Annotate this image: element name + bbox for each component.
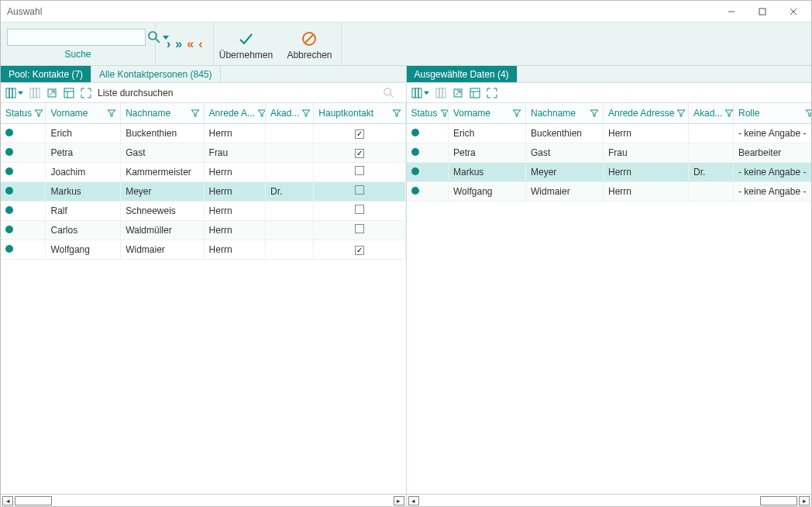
filter-icon[interactable] xyxy=(258,109,266,117)
column-header-rolle[interactable]: Rolle xyxy=(734,103,812,123)
filter-icon[interactable] xyxy=(393,109,401,117)
expand-icon[interactable] xyxy=(81,88,91,98)
anrede-cell: Frau xyxy=(204,143,265,162)
layout-icon[interactable] xyxy=(64,88,74,98)
svg-rect-11 xyxy=(12,88,15,98)
scroll-left-icon[interactable]: ◂ xyxy=(2,496,13,505)
column-header-anrede[interactable]: Anrede A... xyxy=(204,103,265,123)
filter-icon[interactable] xyxy=(108,109,115,117)
expand-icon[interactable] xyxy=(487,88,497,98)
column-header-nachname[interactable]: Nachname xyxy=(121,103,204,123)
apply-button[interactable]: Übernehmen xyxy=(214,22,277,65)
hauptkontakt-cell[interactable] xyxy=(314,201,405,220)
filter-columns-icon[interactable] xyxy=(29,88,40,98)
checkbox[interactable] xyxy=(355,129,364,139)
column-header-status[interactable]: Status xyxy=(1,103,46,123)
maximize-button[interactable] xyxy=(748,3,777,20)
filter-icon[interactable] xyxy=(725,109,733,117)
layout-icon[interactable] xyxy=(470,88,480,98)
filter-icon[interactable] xyxy=(513,109,521,117)
column-header-vorname[interactable]: Vorname xyxy=(46,103,121,123)
checkbox[interactable] xyxy=(355,185,364,195)
filter-icon[interactable] xyxy=(677,109,685,117)
export-icon[interactable] xyxy=(46,88,57,98)
status-cell xyxy=(1,162,46,181)
hauptkontakt-cell[interactable] xyxy=(314,143,405,162)
column-header-akad[interactable]: Akad... xyxy=(266,103,314,123)
close-button[interactable] xyxy=(779,3,808,20)
hauptkontakt-cell[interactable] xyxy=(314,181,405,201)
table-row[interactable]: MarkusMeyerHerrnDr. xyxy=(1,181,405,201)
svg-marker-46 xyxy=(806,110,811,116)
right-table-wrap[interactable]: StatusVornameNachnameAnrede AdresseAkad.… xyxy=(407,103,812,494)
filter-icon[interactable] xyxy=(191,109,199,117)
filter-icon[interactable] xyxy=(590,109,598,117)
column-header-akad[interactable]: Akad... xyxy=(689,103,734,123)
filter-icon[interactable] xyxy=(35,109,43,117)
checkbox[interactable] xyxy=(355,224,364,233)
status-dot-icon xyxy=(411,187,419,195)
tab[interactable]: Pool: Kontakte (7) xyxy=(1,66,91,82)
svg-rect-14 xyxy=(33,88,36,98)
svg-rect-33 xyxy=(436,88,439,98)
akad-cell xyxy=(266,201,314,220)
hauptkontakt-cell[interactable] xyxy=(314,162,405,181)
status-cell xyxy=(1,181,46,201)
column-header-nachname[interactable]: Nachname xyxy=(526,103,604,123)
table-row[interactable]: MarkusMeyerHerrnDr.- keine Angabe - xyxy=(407,162,812,181)
left-tabs: Pool: Kontakte (7)Alle Kontaktpersonen (… xyxy=(1,66,406,83)
svg-marker-27 xyxy=(302,110,310,116)
scroll-thumb[interactable] xyxy=(15,496,52,505)
svg-marker-42 xyxy=(513,110,521,116)
column-header-haupt[interactable]: Hauptkontakt xyxy=(314,103,405,123)
filter-icon[interactable] xyxy=(441,109,449,117)
search-input[interactable] xyxy=(7,29,146,46)
scroll-left-icon[interactable]: ◂ xyxy=(408,496,419,505)
checkbox[interactable] xyxy=(355,246,364,255)
tab[interactable]: Alle Kontaktpersonen (845) xyxy=(91,66,220,82)
vorname-cell: Joachim xyxy=(46,162,121,181)
cancel-label: Abbrechen xyxy=(287,50,332,60)
left-hscroll[interactable]: ◂ ▸ xyxy=(1,494,406,506)
columns-icon[interactable] xyxy=(5,88,23,98)
nav-next-icon[interactable]: › xyxy=(167,37,170,51)
hauptkontakt-cell[interactable] xyxy=(314,123,405,143)
filter-icon[interactable] xyxy=(302,109,310,117)
nav-first-icon[interactable]: « xyxy=(187,37,194,51)
table-row[interactable]: JoachimKammermeisterHerrn xyxy=(1,162,405,181)
tab[interactable]: Ausgewählte Daten (4) xyxy=(407,66,518,82)
anrede-cell: Frau xyxy=(604,143,689,162)
grid-search-icon[interactable] xyxy=(383,87,395,99)
table-row[interactable]: WolfgangWidmaierHerrn xyxy=(1,240,405,259)
column-header-anrede[interactable]: Anrede Adresse xyxy=(604,103,689,123)
table-row[interactable]: WolfgangWidmaierHerrn- keine Angabe - xyxy=(407,181,812,201)
table-row[interactable]: PetraGastFrauBearbeiter xyxy=(407,143,812,162)
table-row[interactable]: RalfSchneeweisHerrn xyxy=(1,201,405,220)
scroll-right-icon[interactable]: ▸ xyxy=(799,496,810,505)
status-cell xyxy=(407,123,449,143)
checkbox[interactable] xyxy=(355,205,364,214)
table-row[interactable]: PetraGastFrau xyxy=(1,143,405,162)
column-header-vorname[interactable]: Vorname xyxy=(449,103,526,123)
table-row[interactable]: CarlosWaldmüllerHerrn xyxy=(1,220,405,240)
left-table-wrap[interactable]: StatusVornameNachnameAnrede A...Akad...H… xyxy=(1,103,406,494)
columns-icon[interactable] xyxy=(411,88,429,98)
right-hscroll[interactable]: ◂ ▸ xyxy=(407,494,812,506)
cancel-button[interactable]: Abbrechen xyxy=(277,22,341,65)
table-row[interactable]: ErichBuckenthienHerrn- keine Angabe - xyxy=(407,123,812,143)
checkbox[interactable] xyxy=(355,149,364,158)
filter-columns-icon[interactable] xyxy=(435,88,446,98)
scroll-right-icon[interactable]: ▸ xyxy=(394,496,404,505)
column-header-status[interactable]: Status xyxy=(407,103,449,123)
hauptkontakt-cell[interactable] xyxy=(314,240,405,259)
export-icon[interactable] xyxy=(452,88,463,98)
nachname-cell: Meyer xyxy=(526,162,604,181)
minimize-button[interactable] xyxy=(717,3,746,20)
table-row[interactable]: ErichBuckenthienHerrn xyxy=(1,123,405,143)
checkbox[interactable] xyxy=(355,166,364,175)
nav-last-icon[interactable]: » xyxy=(175,37,182,51)
nav-prev-icon[interactable]: ‹ xyxy=(198,37,202,51)
scroll-thumb[interactable] xyxy=(760,496,797,505)
hauptkontakt-cell[interactable] xyxy=(314,220,405,240)
filter-icon[interactable] xyxy=(806,109,811,117)
